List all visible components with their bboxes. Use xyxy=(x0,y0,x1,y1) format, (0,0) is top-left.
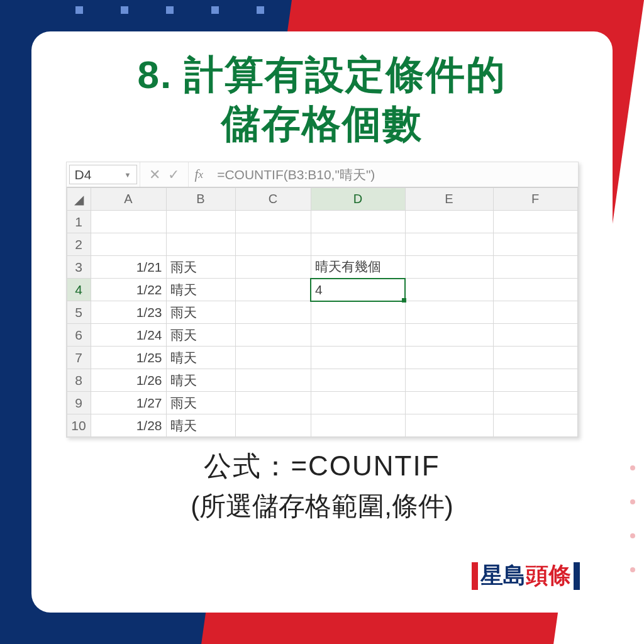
col-header-A[interactable]: A xyxy=(91,188,166,211)
cell-C2[interactable] xyxy=(235,233,311,256)
cell-D1[interactable] xyxy=(311,211,405,233)
cell-A1[interactable] xyxy=(91,211,166,233)
cell-A4[interactable]: 1/22 xyxy=(91,279,166,301)
cell-E8[interactable] xyxy=(405,369,493,392)
table-row: 41/22晴天4 xyxy=(67,279,577,301)
cell-A8[interactable]: 1/26 xyxy=(91,369,166,392)
cell-B1[interactable] xyxy=(166,211,235,233)
col-header-C[interactable]: C xyxy=(235,188,311,211)
col-header-B[interactable]: B xyxy=(166,188,235,211)
cell-A6[interactable]: 1/24 xyxy=(91,324,166,347)
cancel-icon[interactable]: ✕ xyxy=(149,167,160,183)
cell-F4[interactable] xyxy=(493,279,577,301)
cell-B6[interactable]: 雨天 xyxy=(166,324,235,347)
excel-screenshot: D4 ▼ ✕ ✓ fx =COUNTIF(B3:B10,"晴天") ◢ A xyxy=(66,162,579,438)
col-header-F[interactable]: F xyxy=(493,188,577,211)
cell-E2[interactable] xyxy=(405,233,493,256)
table-row: 51/23雨天 xyxy=(67,301,577,324)
cell-C1[interactable] xyxy=(235,211,311,233)
cell-E7[interactable] xyxy=(405,347,493,369)
cell-C9[interactable] xyxy=(235,392,311,414)
cell-F10[interactable] xyxy=(493,414,577,437)
cell-C6[interactable] xyxy=(235,324,311,347)
logo-bar-left xyxy=(472,562,478,590)
fx-icon[interactable]: fx xyxy=(189,162,210,187)
cell-D8[interactable] xyxy=(311,369,405,392)
confirm-icon[interactable]: ✓ xyxy=(168,167,179,183)
row-header[interactable]: 3 xyxy=(67,256,91,279)
col-header-E[interactable]: E xyxy=(405,188,493,211)
cell-A3[interactable]: 1/21 xyxy=(91,256,166,279)
cell-F5[interactable] xyxy=(493,301,577,324)
table-row: 101/28晴天 xyxy=(67,414,577,437)
cell-D2[interactable] xyxy=(311,233,405,256)
cell-B10[interactable]: 晴天 xyxy=(166,414,235,437)
name-box[interactable]: D4 ▼ xyxy=(69,165,137,184)
row-header[interactable]: 7 xyxy=(67,347,91,369)
cell-A2[interactable] xyxy=(91,233,166,256)
logo-text-1: 星島 xyxy=(480,560,526,591)
table-row: 91/27雨天 xyxy=(67,392,577,414)
cell-C3[interactable] xyxy=(235,256,311,279)
cell-A7[interactable]: 1/25 xyxy=(91,347,166,369)
cell-D5[interactable] xyxy=(311,301,405,324)
cell-F3[interactable] xyxy=(493,256,577,279)
row-header[interactable]: 4 xyxy=(67,279,91,301)
cell-F2[interactable] xyxy=(493,233,577,256)
cell-E5[interactable] xyxy=(405,301,493,324)
cell-B7[interactable]: 晴天 xyxy=(166,347,235,369)
decorative-right-dots xyxy=(630,465,635,572)
cell-D6[interactable] xyxy=(311,324,405,347)
cell-B5[interactable]: 雨天 xyxy=(166,301,235,324)
cell-D10[interactable] xyxy=(311,414,405,437)
formula-input[interactable]: =COUNTIF(B3:B10,"晴天") xyxy=(209,162,577,187)
row-header[interactable]: 6 xyxy=(67,324,91,347)
cell-B9[interactable]: 雨天 xyxy=(166,392,235,414)
col-header-D[interactable]: D xyxy=(311,188,405,211)
cell-D3[interactable]: 晴天有幾個 xyxy=(311,256,405,279)
cell-B8[interactable]: 晴天 xyxy=(166,369,235,392)
formula-bar-actions: ✕ ✓ xyxy=(140,162,189,187)
cell-A9[interactable]: 1/27 xyxy=(91,392,166,414)
cell-D9[interactable] xyxy=(311,392,405,414)
dropdown-icon: ▼ xyxy=(125,171,131,179)
formula-description-line1: 公式：=COUNTIF xyxy=(57,448,587,485)
cell-F9[interactable] xyxy=(493,392,577,414)
cell-E6[interactable] xyxy=(405,324,493,347)
cell-F8[interactable] xyxy=(493,369,577,392)
spreadsheet-grid[interactable]: ◢ A B C D E F 1231/21雨天晴天有幾個41/22晴天451/2… xyxy=(67,187,578,437)
cell-E9[interactable] xyxy=(405,392,493,414)
cell-C10[interactable] xyxy=(235,414,311,437)
cell-B3[interactable]: 雨天 xyxy=(166,256,235,279)
cell-A10[interactable]: 1/28 xyxy=(91,414,166,437)
select-all-corner[interactable]: ◢ xyxy=(67,188,91,211)
row-header[interactable]: 8 xyxy=(67,369,91,392)
cell-B4[interactable]: 晴天 xyxy=(166,279,235,301)
cell-E1[interactable] xyxy=(405,211,493,233)
row-header[interactable]: 1 xyxy=(67,211,91,233)
cell-F6[interactable] xyxy=(493,324,577,347)
cell-D7[interactable] xyxy=(311,347,405,369)
cell-E10[interactable] xyxy=(405,414,493,437)
cell-B2[interactable] xyxy=(166,233,235,256)
cell-D4[interactable]: 4 xyxy=(311,279,405,301)
table-row: 2 xyxy=(67,233,577,256)
row-header[interactable]: 5 xyxy=(67,301,91,324)
cell-F1[interactable] xyxy=(493,211,577,233)
cell-C5[interactable] xyxy=(235,301,311,324)
decorative-top-dots xyxy=(75,6,264,14)
cell-C4[interactable] xyxy=(235,279,311,301)
cell-C8[interactable] xyxy=(235,369,311,392)
row-header[interactable]: 9 xyxy=(67,392,91,414)
row-header[interactable]: 2 xyxy=(67,233,91,256)
cell-C7[interactable] xyxy=(235,347,311,369)
logo-bar-right xyxy=(574,562,580,590)
row-header[interactable]: 10 xyxy=(67,414,91,437)
cell-A5[interactable]: 1/23 xyxy=(91,301,166,324)
cell-E4[interactable] xyxy=(405,279,493,301)
table-row: 61/24雨天 xyxy=(67,324,577,347)
cell-E3[interactable] xyxy=(405,256,493,279)
title-line-2: 儲存格個數 xyxy=(57,99,587,148)
logo-text-2: 頭條 xyxy=(526,560,571,591)
cell-F7[interactable] xyxy=(493,347,577,369)
